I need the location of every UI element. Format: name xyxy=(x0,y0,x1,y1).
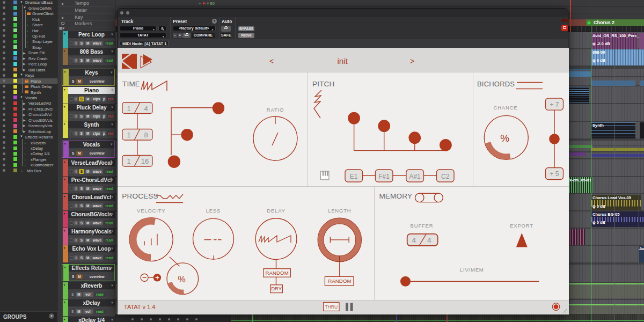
svg-text:+ 7: + 7 xyxy=(550,101,559,108)
svg-text:RANDOM: RANDOM xyxy=(328,278,351,284)
svg-text:TATAT v 1.4: TATAT v 1.4 xyxy=(124,304,155,310)
svg-text:%: % xyxy=(178,275,185,284)
svg-text:4: 4 xyxy=(427,236,431,244)
svg-text:LIV/MEM: LIV/MEM xyxy=(460,267,484,273)
svg-text:LENGTH: LENGTH xyxy=(328,208,351,214)
svg-text:PITCH: PITCH xyxy=(312,80,335,88)
svg-text:RANDOM: RANDOM xyxy=(265,270,288,276)
svg-text:<: < xyxy=(269,57,274,65)
svg-text:init: init xyxy=(337,56,348,65)
svg-text:1: 1 xyxy=(127,105,130,113)
svg-text:PROCESS: PROCESS xyxy=(122,192,158,200)
svg-text:%: % xyxy=(500,133,509,144)
svg-text:4: 4 xyxy=(144,105,148,113)
svg-text:E1: E1 xyxy=(350,173,358,180)
svg-text:16: 16 xyxy=(141,157,149,165)
svg-text:MEMORY: MEMORY xyxy=(379,192,412,200)
svg-text:8: 8 xyxy=(144,131,148,139)
svg-text:4: 4 xyxy=(412,236,416,244)
svg-text:CHANCE: CHANCE xyxy=(494,105,518,111)
svg-text:1: 1 xyxy=(127,157,130,165)
svg-text:BUFFER: BUFFER xyxy=(411,223,434,229)
svg-text:+ 5: + 5 xyxy=(550,170,559,178)
svg-text:F#1: F#1 xyxy=(378,173,390,180)
svg-text:RATIO: RATIO xyxy=(267,107,284,113)
svg-text:TIME: TIME xyxy=(122,80,140,88)
svg-text:LESS: LESS xyxy=(206,208,221,214)
svg-text:C2: C2 xyxy=(441,173,450,180)
svg-text:THRU: THRU xyxy=(325,304,338,310)
svg-text:EXPORT: EXPORT xyxy=(510,223,533,229)
svg-text:>: > xyxy=(410,57,414,65)
svg-text:1: 1 xyxy=(127,131,130,139)
svg-text:A#1: A#1 xyxy=(409,173,421,180)
svg-text:DRY: DRY xyxy=(271,286,282,291)
svg-text:DELAY: DELAY xyxy=(267,208,285,214)
svg-text:BICHORDS: BICHORDS xyxy=(477,80,515,88)
svg-text:VELOCITY: VELOCITY xyxy=(137,208,165,214)
